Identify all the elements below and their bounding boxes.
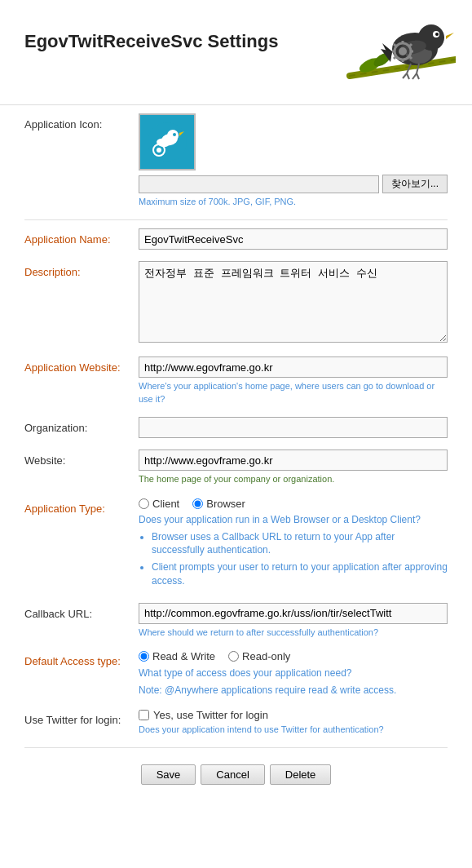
svg-point-36: [157, 148, 161, 153]
access-type-radio-group: Read & Write Read-only: [139, 650, 448, 662]
website-row: Website: The home page of your company o…: [24, 450, 448, 485]
read-write-label: Read & Write: [152, 650, 215, 662]
file-input-bar: [139, 175, 379, 193]
twitter-login-checkbox-label: Yes, use Twitter for login: [153, 709, 268, 721]
app-type-bullet-list: Browser uses a Callback URL to return to…: [139, 530, 448, 588]
organization-area: [139, 417, 448, 438]
app-website-input[interactable]: [139, 356, 448, 378]
client-radio-item[interactable]: Client: [139, 498, 179, 510]
browser-radio-label: Browser: [206, 498, 245, 510]
description-label: Description:: [24, 261, 139, 278]
description-input[interactable]: 전자정부 표준 프레임워크 트위터 서비스 수신: [139, 261, 448, 343]
svg-point-32: [173, 133, 176, 136]
access-hint-1: What type of access does your applicatio…: [139, 666, 448, 680]
svg-line-14: [403, 73, 407, 78]
website-label: Website:: [24, 450, 139, 467]
app-name-label: Application Name:: [24, 228, 139, 246]
app-type-radio-group: Client Browser: [139, 498, 448, 510]
divider-2: [24, 747, 448, 748]
app-icon-area: 찾아보기... Maximum size of 700k. JPG, GIF, …: [139, 113, 448, 208]
app-name-area: [139, 228, 448, 250]
delete-button[interactable]: Delete: [270, 764, 332, 785]
app-type-area: Client Browser Does your application run…: [139, 498, 448, 591]
svg-line-27: [409, 44, 412, 46]
organization-row: Organization:: [24, 417, 448, 438]
button-row: Save Cancel Delete: [24, 764, 448, 801]
callback-input[interactable]: [139, 603, 448, 624]
svg-line-26: [409, 56, 412, 59]
app-website-hint: Where's your application's home page, wh…: [139, 380, 448, 405]
cancel-button[interactable]: Cancel: [201, 764, 264, 785]
read-only-radio-item[interactable]: Read-only: [228, 650, 290, 662]
app-type-label: Application Type:: [24, 498, 139, 515]
browser-radio[interactable]: [192, 498, 203, 509]
read-write-radio-item[interactable]: Read & Write: [139, 650, 215, 662]
svg-line-15: [407, 73, 409, 79]
website-hint: The home page of your company or organiz…: [139, 473, 448, 485]
organization-input[interactable]: [139, 417, 448, 438]
twitter-login-hint: Does your application intend to use Twit…: [139, 724, 448, 736]
app-website-row: Application Website: Where's your applic…: [24, 356, 448, 405]
divider-1: [24, 219, 448, 220]
app-name-row: Application Name:: [24, 228, 448, 250]
description-row: Description: 전자정부 표준 프레임워크 트위터 서비스 수신: [24, 261, 448, 345]
svg-point-8: [435, 33, 439, 36]
svg-line-25: [394, 44, 396, 46]
access-type-area: Read & Write Read-only What type of acce…: [139, 650, 448, 698]
client-note: Client prompts your user to return to yo…: [152, 560, 448, 588]
client-radio-label: Client: [152, 498, 179, 510]
file-input-row: 찾아보기...: [139, 175, 448, 193]
app-website-label: Application Website:: [24, 356, 139, 374]
twitter-login-label: Use Twitter for login:: [24, 709, 139, 726]
twitter-login-checkbox[interactable]: [139, 710, 149, 720]
browser-note: Browser uses a Callback URL to return to…: [152, 530, 448, 558]
file-size-hint: Maximum size of 700k. JPG, GIF, PNG.: [139, 196, 448, 208]
app-icon-label: Application Icon:: [24, 113, 139, 131]
app-icon-row: Application Icon: 찾아보기...: [24, 113, 448, 208]
twitter-login-checkbox-item[interactable]: Yes, use Twitter for login: [139, 709, 448, 721]
svg-line-17: [412, 73, 417, 79]
browse-button[interactable]: 찾아보기...: [382, 175, 448, 193]
browser-radio-item[interactable]: Browser: [192, 498, 245, 510]
callback-area: Where should we return to after successf…: [139, 603, 448, 639]
website-input[interactable]: [139, 450, 448, 471]
access-type-label: Default Access type:: [24, 650, 139, 667]
page-title: EgovTwitReceiveSvc Settings: [24, 31, 278, 52]
website-area: The home page of your company or organiz…: [139, 450, 448, 485]
callback-row: Callback URL: Where should we return to …: [24, 603, 448, 639]
twitter-login-row: Use Twitter for login: Yes, use Twitter …: [24, 709, 448, 736]
svg-point-31: [167, 130, 179, 141]
bird-illustration: [325, 15, 456, 96]
callback-hint: Where should we return to after successf…: [139, 627, 448, 639]
read-write-radio[interactable]: [139, 651, 149, 662]
client-radio[interactable]: [139, 498, 149, 509]
description-area: 전자정부 표준 프레임워크 트위터 서비스 수신: [139, 261, 448, 345]
callback-label: Callback URL:: [24, 603, 139, 620]
svg-line-18: [417, 73, 419, 79]
app-icon-preview: [139, 113, 196, 170]
read-only-radio[interactable]: [228, 651, 239, 662]
access-type-row: Default Access type: Read & Write Read-o…: [24, 650, 448, 698]
organization-label: Organization:: [24, 417, 139, 434]
app-type-row: Application Type: Client Browser Does yo…: [24, 498, 448, 591]
twitter-login-area: Yes, use Twitter for login Does your app…: [139, 709, 448, 736]
app-website-area: Where's your application's home page, wh…: [139, 356, 448, 405]
read-only-label: Read-only: [242, 650, 290, 662]
svg-point-20: [399, 47, 407, 55]
access-hint-2: Note: @Anywhere applications require rea…: [139, 684, 448, 698]
save-button[interactable]: Save: [141, 764, 196, 785]
app-name-input[interactable]: [139, 228, 448, 250]
svg-line-28: [394, 56, 396, 59]
svg-marker-9: [446, 33, 454, 39]
app-type-hint: Does your application run in a Web Brows…: [139, 514, 448, 525]
